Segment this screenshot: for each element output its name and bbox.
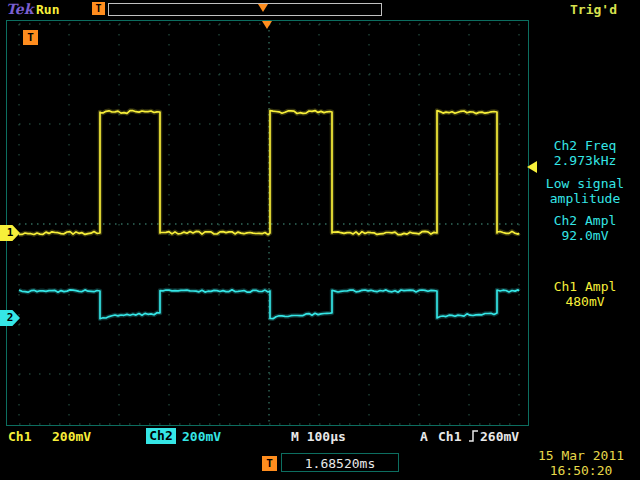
- ch1-trace-glow: [19, 111, 519, 235]
- trigger-marker-t: T: [23, 30, 38, 45]
- trigger-prefix: A: [420, 429, 428, 444]
- trigger-t-badge: T: [92, 2, 105, 15]
- ch2-freq-value: 2.973kHz: [532, 153, 638, 168]
- time-line: 16:50:20: [525, 463, 637, 478]
- tek-logo: Tek: [6, 1, 33, 17]
- measurement-panel: Ch2 Freq 2.973kHz Low signal amplitude C…: [532, 138, 638, 309]
- delay-t-badge: T: [262, 456, 277, 471]
- rising-edge-icon: [468, 429, 479, 446]
- ch2-label: Ch2: [146, 428, 176, 444]
- ch1-scale: 200mV: [52, 429, 91, 444]
- date-line: 15 Mar 2011: [525, 448, 637, 463]
- ch1-label: Ch1: [8, 429, 31, 444]
- ch2-ampl-title: Ch2 Ampl: [532, 213, 638, 228]
- ch1-ampl-title: Ch1 Ampl: [532, 279, 638, 294]
- oscilloscope-display: Tek Run T Trig'd T 1 2 Ch2 Freq 2.973kHz…: [0, 0, 640, 480]
- datetime-readout: 15 Mar 2011 16:50:20: [525, 448, 637, 478]
- trigger-position-icon: [258, 4, 268, 12]
- record-view-bar: [108, 3, 382, 16]
- acquisition-status: Run: [36, 2, 59, 17]
- horizontal-delay-readout: 1.68520ms: [281, 453, 399, 472]
- waveform-screen: [6, 20, 529, 426]
- graticule-and-traces: [7, 21, 528, 425]
- warning-line1: Low signal: [532, 176, 638, 191]
- ch2-ampl-value: 92.0mV: [532, 228, 638, 243]
- trigger-level-readout: 260mV: [480, 429, 519, 444]
- trigger-position-marker-icon: [262, 21, 272, 29]
- trigger-status: Trig'd: [570, 2, 617, 17]
- ch1-ampl-value: 480mV: [532, 294, 638, 309]
- ch2-trace-glow: [19, 290, 519, 319]
- trigger-source: Ch1: [438, 429, 461, 444]
- timebase-readout: M 100µs: [291, 429, 346, 444]
- ch2-freq-title: Ch2 Freq: [532, 138, 638, 153]
- warning-line2: amplitude: [532, 191, 638, 206]
- ch2-scale: 200mV: [182, 429, 221, 444]
